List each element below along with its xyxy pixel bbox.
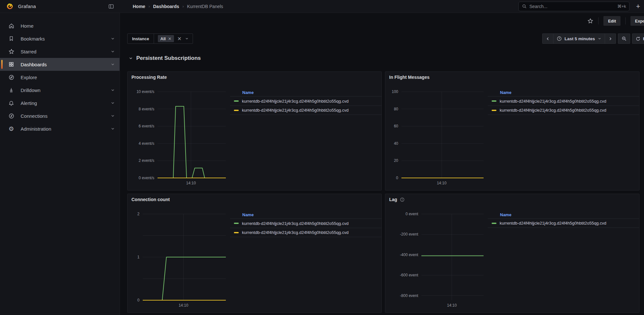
y-tick-label: -600 event — [400, 273, 418, 277]
chart-in-flight-messages[interactable]: 10080604020014:10 — [385, 85, 492, 188]
chevron-down-icon[interactable] — [111, 36, 115, 41]
series-line-green — [158, 107, 226, 178]
grafana-logo[interactable] — [6, 3, 14, 10]
filter-time-row: Instance All ✕ ✕ — [120, 29, 644, 48]
sidebar-item-home[interactable]: Home — [0, 19, 120, 32]
clear-filter-icon[interactable]: ✕ — [177, 36, 181, 42]
y-tick-label: 2 event/s — [139, 158, 154, 163]
chevron-down-icon[interactable] — [111, 101, 115, 105]
legend: Namekurrentdb-d24f4hljjcle21j4r3cg.d24f4… — [230, 89, 381, 115]
time-controls: Last 5 minutes — [542, 33, 644, 44]
search-input[interactable] — [529, 4, 615, 9]
legend-item[interactable]: kurrentdb-d24f4hljjcle21j4r3cg.d24f4h5g0… — [230, 106, 381, 115]
info-icon[interactable] — [400, 197, 405, 202]
chevron-down-icon[interactable] — [111, 114, 115, 118]
bell-icon — [8, 100, 15, 106]
search-box[interactable]: ⌘+k — [518, 2, 630, 11]
compass-icon — [8, 74, 15, 80]
refresh-button[interactable]: Refresh — [632, 34, 644, 43]
apps-icon — [8, 61, 15, 67]
dropdown-caret-icon[interactable] — [185, 37, 189, 41]
time-back-button[interactable] — [543, 34, 553, 43]
y-tick-label: -400 event — [400, 253, 418, 257]
export-button[interactable]: Export — [630, 16, 644, 26]
chart-connection-count[interactable]: 21014:10 — [128, 207, 234, 310]
chip-remove-icon[interactable]: ✕ — [168, 36, 171, 41]
panel-lag: Lag 0 event-200 event-400 event-600 even… — [385, 194, 639, 313]
sidebar-item-starred[interactable]: Starred — [0, 45, 120, 58]
panel-grid: Processing Rate 10 event/s8 event/s6 eve… — [120, 71, 644, 315]
legend-item[interactable]: kurrentdb-d24f4hljjcle21j4r3cg.d24f4h5g0… — [488, 96, 639, 106]
panel-title[interactable]: Connection count — [131, 197, 170, 202]
chevron-down-icon[interactable] — [111, 49, 115, 54]
sidebar-item-bookmarks[interactable]: Bookmarks — [0, 32, 120, 45]
series-name: kurrentdb-d24f4hljjcle21j4r3cg.d24f4h5g0… — [500, 221, 606, 226]
brand-title: Grafana — [18, 4, 36, 9]
y-tick-label: 0 — [137, 298, 139, 302]
nav-left: Grafana — [0, 0, 120, 13]
x-tick-label: 14:10 — [437, 181, 447, 185]
dashboard-toolbar: Edit Export — [120, 13, 644, 29]
breadcrumb-item-home[interactable]: Home — [133, 4, 145, 9]
time-range-button[interactable]: Last 5 minutes — [553, 34, 605, 43]
y-tick-label: 1 — [137, 255, 139, 259]
sidebar-nav: Home Bookmarks Starred Dashboards — [0, 13, 120, 315]
panel-title[interactable]: In Flight Messages — [389, 75, 429, 80]
filter-label: Instance — [128, 34, 154, 43]
y-tick-label: 20 — [394, 158, 399, 163]
legend-header[interactable]: Name — [230, 211, 381, 218]
x-tick-label: 14:10 — [178, 303, 188, 308]
time-forward-button[interactable] — [605, 34, 616, 43]
zoom-out-button[interactable] — [618, 34, 630, 43]
sidebar-item-drilldown[interactable]: Drilldown — [0, 84, 120, 97]
breadcrumb-item-dashboards[interactable]: Dashboards — [153, 4, 179, 9]
chevron-down-icon[interactable] — [111, 62, 115, 67]
chevron-down-icon[interactable] — [111, 126, 115, 131]
edit-button[interactable]: Edit — [603, 16, 620, 26]
chart-lag[interactable]: 0 event-200 event-400 event-600 event-80… — [385, 207, 492, 310]
legend: Namekurrentdb-d24f4hljjcle21j4r3cg.d24f4… — [488, 89, 639, 115]
y-tick-label: 60 — [394, 124, 399, 128]
legend-header[interactable]: Name — [488, 211, 639, 218]
sidebar-item-administration[interactable]: ⚙ Administration — [0, 122, 120, 135]
legend-item[interactable]: kurrentdb-d24f4hljjcle21j4r3cg.d24f4h5g0… — [488, 218, 639, 228]
chart-processing-rate[interactable]: 10 event/s8 event/s6 event/s4 event/s2 e… — [128, 85, 234, 188]
legend-item[interactable]: kurrentdb-d24f4hljjcle21j4r3cg.d24f4h5g0… — [230, 228, 381, 237]
x-tick-label: 14:10 — [186, 181, 196, 185]
filter-values[interactable]: All ✕ ✕ — [154, 34, 193, 43]
y-tick-label: 40 — [394, 141, 399, 146]
panel-connection-count: Connection count 21014:10 Namekurrentdb-… — [127, 194, 382, 313]
sidebar-item-alerting[interactable]: Alerting — [0, 97, 120, 109]
panel-processing-rate: Processing Rate 10 event/s8 event/s6 eve… — [127, 71, 382, 190]
panel-title[interactable]: Processing Rate — [131, 75, 167, 80]
toolbar-divider — [598, 17, 599, 24]
y-tick-label: 2 — [137, 212, 139, 216]
nav-right: ⌘+k + — [518, 2, 644, 11]
legend-item[interactable]: kurrentdb-d24f4hljjcle21j4r3cg.d24f4h5g0… — [230, 218, 381, 228]
favorite-star-button[interactable] — [587, 18, 593, 24]
legend-header[interactable]: Name — [230, 89, 381, 96]
legend-item[interactable]: kurrentdb-d24f4hljjcle21j4r3cg.d24f4h5g0… — [488, 106, 639, 115]
x-tick-label: 14:10 — [447, 303, 457, 308]
chevron-down-icon[interactable] — [111, 88, 115, 92]
bookmark-icon — [8, 36, 15, 42]
sidebar-item-connections[interactable]: Connections — [0, 109, 120, 122]
series-color-swatch — [234, 100, 239, 102]
dock-sidebar-icon[interactable] — [108, 4, 114, 9]
sidebar-item-explore[interactable]: Explore — [0, 71, 120, 84]
sidebar-item-dashboards[interactable]: Dashboards — [0, 58, 120, 71]
legend: Namekurrentdb-d24f4hljjcle21j4r3cg.d24f4… — [230, 211, 381, 237]
filter-value-chip[interactable]: All ✕ — [158, 35, 174, 42]
panel-in-flight-messages: In Flight Messages 10080604020014:10 Nam… — [385, 71, 639, 190]
chevron-down-icon — [598, 37, 601, 41]
add-new-button[interactable]: + — [635, 3, 641, 10]
legend-item[interactable]: kurrentdb-d24f4hljjcle21j4r3cg.d24f4h5g0… — [230, 96, 381, 106]
instance-filter[interactable]: Instance All ✕ ✕ — [127, 33, 193, 44]
panel-title[interactable]: Lag — [389, 197, 405, 202]
breadcrumb-separator: › — [182, 4, 184, 9]
y-tick-label: 0 event/s — [139, 176, 154, 180]
series-color-swatch — [234, 232, 239, 233]
series-color-swatch — [492, 100, 496, 102]
section-toggle-persistent-subscriptions[interactable]: Persistent Subscriptions — [120, 53, 644, 64]
legend-header[interactable]: Name — [488, 89, 639, 96]
